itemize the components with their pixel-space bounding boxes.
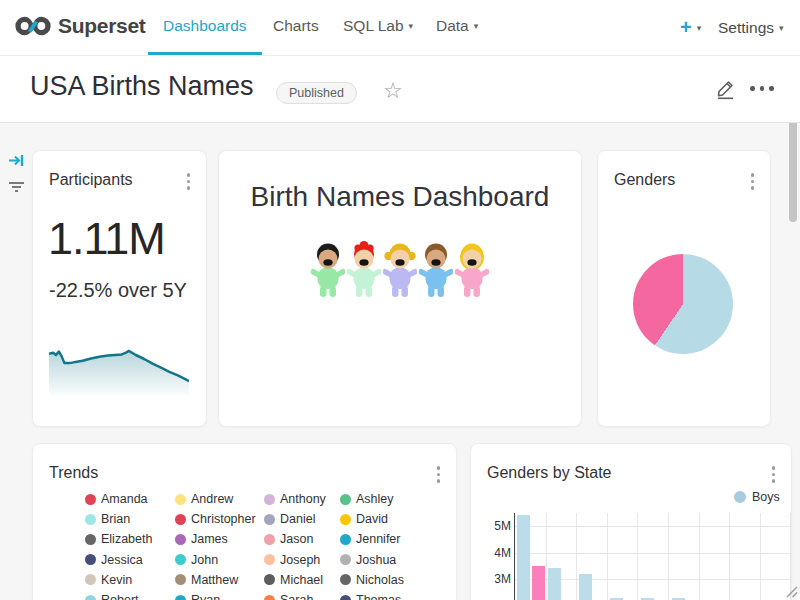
legend-item-sarah[interactable]: Sarah [264, 590, 340, 600]
legend-item-john[interactable]: John [175, 550, 264, 570]
card-title: Genders by State [487, 464, 612, 482]
dashboard-header: USA Births Names Published ☆ [0, 56, 800, 123]
bar-boys[interactable] [548, 568, 561, 600]
status-badge[interactable]: Published [276, 82, 357, 104]
legend-item-brian[interactable]: Brian [85, 509, 175, 529]
legend-item-kevin[interactable]: Kevin [85, 570, 175, 590]
page-title: USA Births Names [30, 71, 254, 102]
legend-item-anthony[interactable]: Anthony [264, 489, 340, 509]
legend-item-robert[interactable]: Robert [85, 590, 175, 600]
chevron-down-icon: ▾ [779, 23, 784, 33]
genders-by-state-bar-chart [514, 513, 792, 600]
ellipsis-dot [750, 86, 755, 91]
brand-name: Superset [58, 14, 145, 38]
nav-tab-charts[interactable]: Charts [258, 0, 334, 52]
big-number-subheader: -22.5% over 5Y [49, 279, 187, 302]
legend-item-thomas[interactable]: Thomas [340, 590, 440, 600]
kebab-menu-icon[interactable] [749, 171, 757, 192]
kebab-menu-icon[interactable] [770, 464, 778, 485]
chevron-down-icon: ▾ [409, 21, 414, 31]
legend-item-jessica[interactable]: Jessica [85, 550, 175, 570]
legend-item-david[interactable]: David [340, 509, 440, 529]
y-tick: 4M [476, 546, 511, 560]
expand-filter-bar-button[interactable] [8, 152, 25, 173]
genders-card: Genders [597, 150, 771, 427]
legend-item-amanda[interactable]: Amanda [85, 489, 175, 509]
legend-item-christopher[interactable]: Christopher [175, 509, 264, 529]
trends-card: Trends AmandaAndrewAnthonyAshleyBrianChr… [32, 443, 457, 600]
arrow-right-to-bar-icon [8, 152, 25, 169]
card-resize-handle[interactable] [784, 584, 799, 600]
chevron-down-icon: ▾ [474, 21, 479, 31]
y-tick: 3M [476, 572, 511, 586]
baby-figure [455, 241, 489, 303]
more-options-button[interactable] [750, 86, 774, 91]
nav-tab-sql-lab[interactable]: SQL Lab ▾ [328, 0, 428, 52]
hero-title: Birth Names Dashboard [219, 181, 581, 213]
genders-by-state-card: Genders by State Boys 5M4M3M [470, 443, 792, 600]
legend-item-ryan[interactable]: Ryan [175, 590, 264, 600]
baby-figure [347, 241, 381, 303]
legend-item-jennifer[interactable]: Jennifer [340, 529, 440, 549]
legend-dot [734, 491, 746, 503]
legend-item-nicholas[interactable]: Nicholas [340, 570, 440, 590]
bar-boys[interactable] [517, 515, 530, 600]
legend-item-james[interactable]: James [175, 529, 264, 549]
card-title: Participants [49, 171, 133, 189]
big-number-value: 1.11M [48, 213, 165, 265]
baby-figure [383, 241, 417, 303]
trends-legend: AmandaAndrewAnthonyAshleyBrianChristophe… [85, 489, 440, 600]
baby-figure [419, 241, 453, 303]
legend-item-joseph[interactable]: Joseph [264, 550, 340, 570]
legend-item-michael[interactable]: Michael [264, 570, 340, 590]
nav-tab-dashboards[interactable]: Dashboards [148, 0, 262, 55]
chevron-down-icon: ▾ [697, 23, 702, 33]
ellipsis-dot [769, 86, 774, 91]
card-title: Genders [614, 171, 675, 189]
y-tick: 5M [476, 519, 511, 533]
markdown-hero-card: Birth Names Dashboard [218, 150, 582, 427]
legend-item-matthew[interactable]: Matthew [175, 570, 264, 590]
legend-item-daniel[interactable]: Daniel [264, 509, 340, 529]
bar-boys[interactable] [579, 574, 592, 600]
kebab-menu-icon[interactable] [435, 464, 443, 485]
legend-item-andrew[interactable]: Andrew [175, 489, 264, 509]
ellipsis-dot [760, 86, 765, 91]
pencil-icon [714, 76, 738, 100]
genders-pie-chart [633, 254, 733, 354]
nav-tab-data[interactable]: Data ▾ [421, 0, 493, 52]
legend-item-jason[interactable]: Jason [264, 529, 340, 549]
participants-card: Participants 1.11M -22.5% over 5Y [32, 150, 207, 427]
participants-sparkline-chart [49, 337, 189, 399]
favorite-star-icon[interactable]: ☆ [383, 78, 403, 104]
baby-figure [311, 241, 345, 303]
legend-item-elizabeth[interactable]: Elizabeth [85, 529, 175, 549]
legend-item-boys[interactable]: Boys [734, 490, 780, 504]
top-nav: Superset Dashboards Charts SQL Lab ▾ Dat… [0, 0, 800, 56]
legend-item-ashley[interactable]: Ashley [340, 489, 440, 509]
bar-girls[interactable] [532, 566, 545, 600]
new-item-button[interactable]: + ▾ [680, 0, 701, 55]
superset-logo[interactable]: Superset [14, 13, 145, 39]
settings-menu[interactable]: Settings ▾ [718, 0, 784, 55]
edit-dashboard-button[interactable] [714, 76, 738, 104]
legend-item-joshua[interactable]: Joshua [340, 550, 440, 570]
card-title: Trends [49, 464, 98, 482]
plus-icon: + [680, 16, 692, 39]
kebab-menu-icon[interactable] [185, 171, 193, 192]
babies-illustration [219, 241, 581, 303]
superset-logo-icon [14, 13, 52, 39]
filter-icon[interactable] [8, 180, 25, 199]
